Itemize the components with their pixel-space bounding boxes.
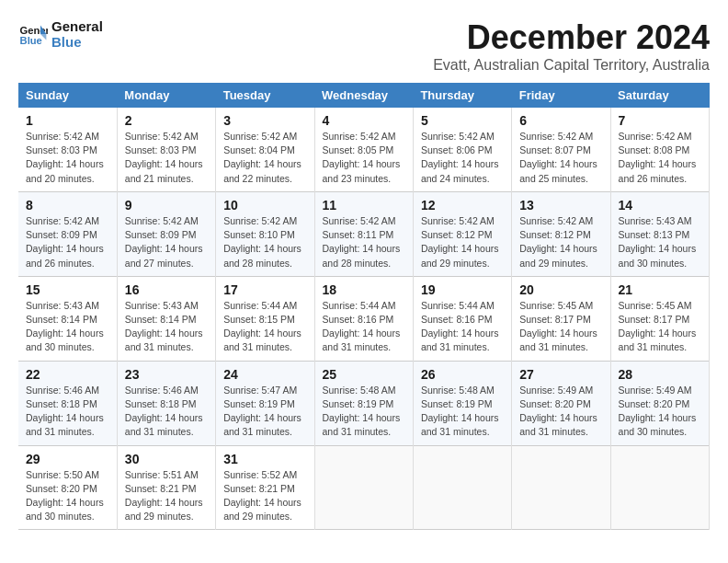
column-header-saturday: Saturday <box>610 83 709 108</box>
day-number: 4 <box>323 113 405 128</box>
day-number: 22 <box>26 367 109 382</box>
logo: General Blue General Blue <box>18 18 103 50</box>
calendar-cell: 22 Sunrise: 5:46 AM Sunset: 8:18 PM Dayl… <box>18 361 117 445</box>
day-info: Sunrise: 5:48 AM Sunset: 8:19 PM Dayligh… <box>323 384 405 440</box>
logo-line1: General <box>51 18 103 34</box>
day-number: 12 <box>421 198 504 213</box>
calendar-cell: 27 Sunrise: 5:49 AM Sunset: 8:20 PM Dayl… <box>512 361 610 445</box>
calendar-cell: 7 Sunrise: 5:42 AM Sunset: 8:08 PM Dayli… <box>610 108 709 191</box>
week-row-2: 8 Sunrise: 5:42 AM Sunset: 8:09 PM Dayli… <box>18 191 710 276</box>
day-number: 31 <box>223 452 306 466</box>
day-number: 27 <box>519 367 602 382</box>
week-row-4: 22 Sunrise: 5:46 AM Sunset: 8:18 PM Dayl… <box>18 361 710 445</box>
day-info: Sunrise: 5:42 AM Sunset: 8:08 PM Dayligh… <box>619 130 701 186</box>
page-header: General Blue General Blue December 2024 … <box>18 18 710 74</box>
day-info: Sunrise: 5:42 AM Sunset: 8:12 PM Dayligh… <box>421 214 504 270</box>
calendar-cell: 30 Sunrise: 5:51 AM Sunset: 8:21 PM Dayl… <box>117 445 215 530</box>
calendar-cell: 19 Sunrise: 5:44 AM Sunset: 8:16 PM Dayl… <box>413 276 511 361</box>
day-number: 24 <box>223 367 306 382</box>
day-info: Sunrise: 5:42 AM Sunset: 8:11 PM Dayligh… <box>323 214 405 270</box>
calendar-cell: 5 Sunrise: 5:42 AM Sunset: 8:06 PM Dayli… <box>413 108 511 191</box>
day-number: 30 <box>125 452 208 466</box>
day-info: Sunrise: 5:48 AM Sunset: 8:19 PM Dayligh… <box>421 384 504 440</box>
day-info: Sunrise: 5:42 AM Sunset: 8:04 PM Dayligh… <box>223 130 306 186</box>
calendar-cell: 11 Sunrise: 5:42 AM Sunset: 8:11 PM Dayl… <box>314 191 413 276</box>
day-info: Sunrise: 5:43 AM Sunset: 8:13 PM Dayligh… <box>619 214 701 270</box>
day-info: Sunrise: 5:43 AM Sunset: 8:14 PM Dayligh… <box>125 299 208 355</box>
day-info: Sunrise: 5:42 AM Sunset: 8:10 PM Dayligh… <box>223 214 306 270</box>
day-number: 9 <box>125 198 208 213</box>
day-info: Sunrise: 5:47 AM Sunset: 8:19 PM Dayligh… <box>223 384 306 440</box>
calendar-cell: 10 Sunrise: 5:42 AM Sunset: 8:10 PM Dayl… <box>216 191 314 276</box>
day-number: 28 <box>619 367 701 382</box>
calendar-cell: 20 Sunrise: 5:45 AM Sunset: 8:17 PM Dayl… <box>512 276 610 361</box>
calendar-cell <box>314 445 413 530</box>
location-title: Evatt, Australian Capital Territory, Aus… <box>433 57 710 74</box>
logo-line2: Blue <box>51 34 103 50</box>
calendar-body: 1 Sunrise: 5:42 AM Sunset: 8:03 PM Dayli… <box>18 108 710 530</box>
day-info: Sunrise: 5:49 AM Sunset: 8:20 PM Dayligh… <box>619 384 701 440</box>
day-info: Sunrise: 5:51 AM Sunset: 8:21 PM Dayligh… <box>125 468 208 524</box>
calendar-cell <box>512 445 610 530</box>
calendar-cell: 6 Sunrise: 5:42 AM Sunset: 8:07 PM Dayli… <box>512 108 610 191</box>
day-number: 20 <box>519 282 602 297</box>
calendar-cell <box>413 445 511 530</box>
calendar-cell: 9 Sunrise: 5:42 AM Sunset: 8:09 PM Dayli… <box>117 191 215 276</box>
week-row-3: 15 Sunrise: 5:43 AM Sunset: 8:14 PM Dayl… <box>18 276 710 361</box>
calendar-cell: 13 Sunrise: 5:42 AM Sunset: 8:12 PM Dayl… <box>512 191 610 276</box>
day-info: Sunrise: 5:44 AM Sunset: 8:16 PM Dayligh… <box>421 299 504 355</box>
day-number: 5 <box>421 113 504 128</box>
title-area: December 2024 Evatt, Australian Capital … <box>433 18 710 74</box>
day-number: 26 <box>421 367 504 382</box>
logo-icon: General Blue <box>18 19 48 49</box>
day-number: 18 <box>323 282 405 297</box>
calendar-cell: 18 Sunrise: 5:44 AM Sunset: 8:16 PM Dayl… <box>314 276 413 361</box>
day-number: 6 <box>519 113 602 128</box>
day-number: 17 <box>223 282 306 297</box>
calendar-cell: 3 Sunrise: 5:42 AM Sunset: 8:04 PM Dayli… <box>216 108 314 191</box>
calendar-cell: 24 Sunrise: 5:47 AM Sunset: 8:19 PM Dayl… <box>216 361 314 445</box>
day-info: Sunrise: 5:42 AM Sunset: 8:09 PM Dayligh… <box>26 214 109 270</box>
day-info: Sunrise: 5:46 AM Sunset: 8:18 PM Dayligh… <box>26 384 109 440</box>
day-info: Sunrise: 5:42 AM Sunset: 8:06 PM Dayligh… <box>421 130 504 186</box>
day-info: Sunrise: 5:52 AM Sunset: 8:21 PM Dayligh… <box>223 468 306 524</box>
day-number: 19 <box>421 282 504 297</box>
calendar-cell: 23 Sunrise: 5:46 AM Sunset: 8:18 PM Dayl… <box>117 361 215 445</box>
calendar-cell: 15 Sunrise: 5:43 AM Sunset: 8:14 PM Dayl… <box>18 276 117 361</box>
day-info: Sunrise: 5:42 AM Sunset: 8:12 PM Dayligh… <box>519 214 602 270</box>
svg-text:Blue: Blue <box>20 35 42 46</box>
day-number: 21 <box>619 282 701 297</box>
calendar-header: SundayMondayTuesdayWednesdayThursdayFrid… <box>18 83 710 108</box>
calendar-cell: 29 Sunrise: 5:50 AM Sunset: 8:20 PM Dayl… <box>18 445 117 530</box>
week-row-5: 29 Sunrise: 5:50 AM Sunset: 8:20 PM Dayl… <box>18 445 710 530</box>
day-info: Sunrise: 5:42 AM Sunset: 8:05 PM Dayligh… <box>323 130 405 186</box>
calendar-cell: 16 Sunrise: 5:43 AM Sunset: 8:14 PM Dayl… <box>117 276 215 361</box>
month-title: December 2024 <box>433 18 710 57</box>
day-number: 14 <box>619 198 701 213</box>
day-number: 7 <box>619 113 701 128</box>
day-number: 13 <box>519 198 602 213</box>
calendar-cell: 1 Sunrise: 5:42 AM Sunset: 8:03 PM Dayli… <box>18 108 117 191</box>
calendar-cell: 17 Sunrise: 5:44 AM Sunset: 8:15 PM Dayl… <box>216 276 314 361</box>
calendar-cell: 14 Sunrise: 5:43 AM Sunset: 8:13 PM Dayl… <box>610 191 709 276</box>
day-info: Sunrise: 5:46 AM Sunset: 8:18 PM Dayligh… <box>125 384 208 440</box>
calendar-cell: 28 Sunrise: 5:49 AM Sunset: 8:20 PM Dayl… <box>610 361 709 445</box>
day-number: 1 <box>26 113 109 128</box>
day-info: Sunrise: 5:50 AM Sunset: 8:20 PM Dayligh… <box>26 468 109 524</box>
week-row-1: 1 Sunrise: 5:42 AM Sunset: 8:03 PM Dayli… <box>18 108 710 191</box>
calendar-cell: 21 Sunrise: 5:45 AM Sunset: 8:17 PM Dayl… <box>610 276 709 361</box>
day-number: 2 <box>125 113 208 128</box>
day-info: Sunrise: 5:43 AM Sunset: 8:14 PM Dayligh… <box>26 299 109 355</box>
calendar-cell: 25 Sunrise: 5:48 AM Sunset: 8:19 PM Dayl… <box>314 361 413 445</box>
calendar-cell: 31 Sunrise: 5:52 AM Sunset: 8:21 PM Dayl… <box>216 445 314 530</box>
day-info: Sunrise: 5:45 AM Sunset: 8:17 PM Dayligh… <box>519 299 602 355</box>
day-number: 25 <box>323 367 405 382</box>
day-info: Sunrise: 5:42 AM Sunset: 8:03 PM Dayligh… <box>26 130 109 186</box>
day-info: Sunrise: 5:42 AM Sunset: 8:03 PM Dayligh… <box>125 130 208 186</box>
day-number: 3 <box>223 113 306 128</box>
column-header-wednesday: Wednesday <box>314 83 413 108</box>
day-info: Sunrise: 5:45 AM Sunset: 8:17 PM Dayligh… <box>619 299 701 355</box>
column-header-thursday: Thursday <box>413 83 511 108</box>
day-info: Sunrise: 5:49 AM Sunset: 8:20 PM Dayligh… <box>519 384 602 440</box>
calendar-cell: 26 Sunrise: 5:48 AM Sunset: 8:19 PM Dayl… <box>413 361 511 445</box>
